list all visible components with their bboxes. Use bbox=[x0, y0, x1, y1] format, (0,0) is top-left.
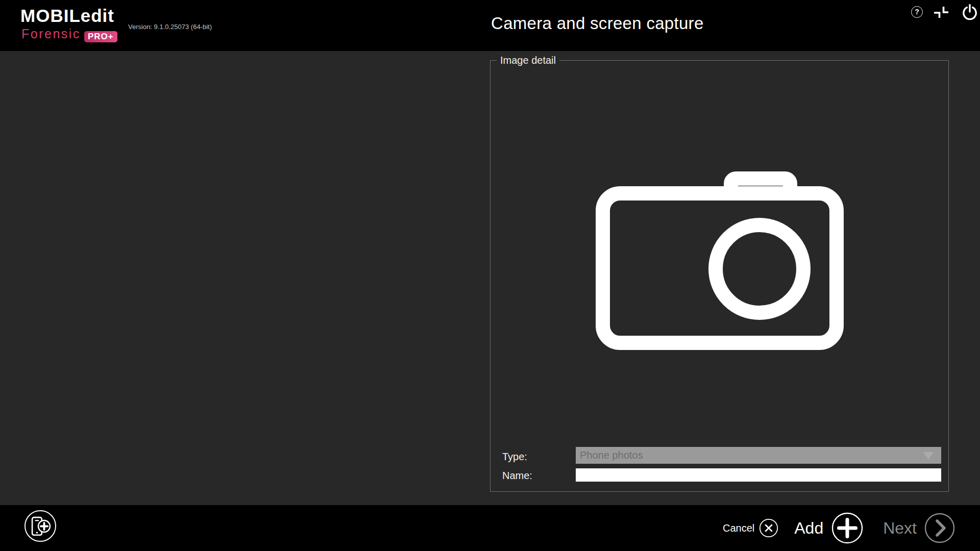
app-window: MOBILedit ForensicPRO+ Version: 9.1.0.25… bbox=[0, 0, 980, 551]
name-input[interactable] bbox=[576, 468, 941, 482]
page-title: Camera and screen capture bbox=[491, 14, 704, 33]
next-button[interactable]: Next bbox=[883, 513, 955, 543]
power-icon[interactable] bbox=[961, 4, 979, 22]
connect-phone-button[interactable] bbox=[24, 510, 56, 542]
image-detail-groupbox: Image detail Type: Phone photos Name: bbox=[490, 60, 949, 492]
type-label: Type: bbox=[502, 450, 527, 463]
camera-icon bbox=[592, 168, 847, 354]
cancel-button[interactable]: Cancel bbox=[723, 518, 778, 538]
logo-subtitle: ForensicPRO+ bbox=[21, 28, 117, 42]
version-label: Version: 9.1.0.25073 (64-bit) bbox=[128, 23, 212, 31]
type-dropdown[interactable]: Phone photos bbox=[576, 447, 941, 464]
bottom-bar: Cancel Add Next bbox=[0, 505, 980, 551]
phone-plus-icon bbox=[26, 511, 55, 541]
help-glyph: ? bbox=[915, 8, 919, 16]
add-label: Add bbox=[794, 519, 823, 538]
type-dropdown-value: Phone photos bbox=[580, 447, 643, 464]
pro-badge: PRO+ bbox=[84, 31, 117, 42]
add-button[interactable]: Add bbox=[794, 512, 863, 544]
cancel-x-icon bbox=[759, 518, 778, 538]
groupbox-legend: Image detail bbox=[497, 54, 559, 67]
logo-subtitle-text: Forensic bbox=[21, 27, 81, 41]
dropdown-arrow-icon bbox=[923, 452, 934, 460]
help-icon[interactable]: ? bbox=[911, 6, 923, 18]
dock-window-icon[interactable] bbox=[934, 6, 949, 18]
add-plus-icon bbox=[831, 512, 863, 544]
logo-title: MOBILedit bbox=[20, 7, 114, 24]
top-bar: MOBILedit ForensicPRO+ Version: 9.1.0.25… bbox=[0, 0, 980, 51]
footer-actions: Cancel Add Next bbox=[723, 505, 955, 551]
next-chevron-icon bbox=[924, 513, 955, 543]
cancel-label: Cancel bbox=[723, 522, 754, 534]
app-logo: MOBILedit ForensicPRO+ bbox=[20, 7, 114, 24]
next-label: Next bbox=[883, 519, 917, 538]
name-label: Name: bbox=[502, 469, 532, 482]
